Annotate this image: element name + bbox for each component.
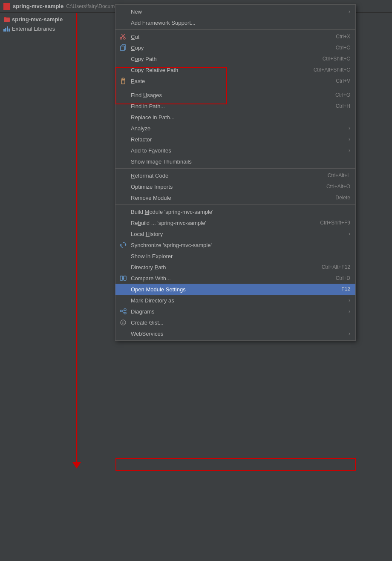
copy-shortcut: Ctrl+C (319, 45, 350, 51)
menu-item-synchronize-label: Synchronize 'spring-mvc-sample' (131, 242, 212, 248)
separator-2 (115, 88, 355, 88)
menu-item-webservices[interactable]: WebServices › (115, 328, 355, 339)
menu-item-add-framework-label: Add Framework Support... (131, 20, 196, 26)
add-to-favorites-arrow-icon: › (331, 147, 350, 153)
menu-item-find-usages[interactable]: Find Usages Ctrl+G (115, 89, 355, 101)
reformat-code-shortcut: Ctrl+Alt+L (311, 173, 350, 178)
menu-item-reformat-code-label: Reformat Code (131, 173, 168, 179)
refactor-arrow-icon: › (331, 136, 350, 142)
menu-item-show-in-explorer-label: Show in Explorer (131, 253, 173, 259)
svg-rect-10 (121, 46, 124, 51)
menu-item-optimize-imports[interactable]: Optimize Imports Ctrl+Alt+O (115, 181, 355, 192)
menu-item-build-module[interactable]: Build Module 'spring-mvc-sample' (115, 206, 355, 217)
menu-item-replace-in-path-label: Replace in Path... (131, 114, 175, 121)
menu-item-synchronize[interactable]: Synchronize 'spring-mvc-sample' (115, 239, 355, 250)
menu-item-remove-module-label: Remove Module (131, 195, 171, 201)
menu-item-local-history[interactable]: Local History › (115, 228, 355, 239)
menu-item-create-gist-label: Create Gist... (131, 319, 164, 326)
compare-icon (119, 274, 127, 282)
menu-item-paste-label: Paste (131, 78, 145, 84)
menu-item-copy[interactable]: Copy Ctrl+C (115, 42, 355, 53)
menu-item-copy-path[interactable]: Copy Path Ctrl+Shift+C (115, 53, 355, 64)
separator-1 (115, 29, 355, 30)
diagrams-icon (119, 307, 127, 316)
menu-item-add-framework[interactable]: Add Framework Support... (115, 17, 355, 28)
svg-rect-13 (122, 78, 124, 79)
menu-item-new-label: New (131, 9, 142, 15)
remove-module-shortcut: Delete (318, 195, 350, 201)
svg-rect-1 (4, 18, 10, 22)
svg-point-8 (124, 37, 125, 39)
menu-item-create-gist[interactable]: G Create Gist... (115, 317, 355, 328)
find-in-path-shortcut: Ctrl+H (319, 103, 350, 109)
menu-item-cut[interactable]: Cut Ctrl+X (115, 31, 355, 42)
menu-item-add-to-favorites-label: Add to Favorites (131, 147, 171, 154)
menu-item-copy-label: Copy (131, 45, 144, 51)
svg-rect-21 (120, 310, 122, 312)
menu-item-copy-relative-path-label: Copy Relative Path (131, 67, 178, 73)
menu-item-compare-with[interactable]: Compare With... Ctrl+D (115, 273, 355, 284)
menu-item-diagrams[interactable]: Diagrams › (115, 306, 355, 317)
sidebar-item-project[interactable]: spring-mvc-sample (0, 14, 113, 24)
menu-item-build-module-label: Build Module 'spring-mvc-sample' (131, 209, 213, 215)
open-module-settings-shortcut: F12 (324, 286, 350, 292)
sidebar: spring-mvc-sample External Libraries (0, 13, 113, 561)
compare-with-shortcut: Ctrl+D (319, 275, 350, 281)
analyze-arrow-icon: › (331, 125, 350, 131)
menu-item-show-image-thumbnails[interactable]: Show Image Thumbnails (115, 156, 355, 167)
menu-item-replace-in-path[interactable]: Replace in Path... (115, 112, 355, 123)
project-folder-icon (3, 16, 10, 23)
svg-rect-22 (124, 309, 126, 311)
svg-point-7 (120, 37, 122, 39)
menu-item-mark-directory-as[interactable]: Mark Directory as › (115, 295, 355, 306)
menu-item-analyze[interactable]: Analyze › (115, 123, 355, 134)
menu-item-find-usages-label: Find Usages (131, 92, 162, 98)
menu-item-compare-with-label: Compare With... (131, 275, 171, 282)
external-libraries-label: External Libraries (12, 26, 55, 32)
project-name-label: spring-mvc-sample (12, 16, 63, 23)
menu-item-refactor-label: Refactor (131, 136, 152, 143)
local-history-arrow-icon: › (331, 231, 350, 237)
paste-icon (119, 77, 127, 85)
menu-item-rebuild-module[interactable]: Rebuild ... 'spring-mvc-sample' Ctrl+Shi… (115, 217, 355, 228)
menu-item-new[interactable]: New › (115, 6, 355, 17)
sidebar-item-external-libraries[interactable]: External Libraries (0, 24, 113, 33)
menu-item-open-module-settings[interactable]: Open Module Settings F12 (115, 284, 355, 295)
new-arrow-icon: › (331, 9, 350, 14)
svg-rect-29 (116, 458, 355, 470)
svg-rect-23 (124, 312, 126, 314)
separator-4 (115, 204, 355, 205)
rebuild-module-shortcut: Ctrl+Shift+F9 (303, 220, 350, 226)
menu-item-mark-directory-as-label: Mark Directory as (131, 297, 174, 304)
menu-item-find-in-path[interactable]: Find in Path... Ctrl+H (115, 101, 355, 112)
project-icon (3, 3, 10, 10)
project-name: spring-mvc-sample (13, 3, 63, 9)
menu-item-directory-path[interactable]: Directory Path Ctrl+Alt+F12 (115, 262, 355, 273)
svg-marker-20 (124, 277, 124, 279)
menu-item-cut-label: Cut (131, 34, 139, 40)
menu-item-remove-module[interactable]: Remove Module Delete (115, 192, 355, 203)
menu-item-add-to-favorites[interactable]: Add to Favorites › (115, 145, 355, 156)
menu-item-open-module-settings-label: Open Module Settings (131, 286, 186, 293)
svg-line-25 (122, 311, 124, 313)
separator-3 (115, 168, 355, 169)
menu-item-show-image-thumbnails-label: Show Image Thumbnails (131, 158, 192, 165)
menu-item-rebuild-module-label: Rebuild ... 'spring-mvc-sample' (131, 220, 206, 226)
menu-item-local-history-label: Local History (131, 231, 163, 237)
directory-path-shortcut: Ctrl+Alt+F12 (305, 264, 350, 270)
copy-icon (119, 43, 127, 52)
menu-item-reformat-code[interactable]: Reformat Code Ctrl+Alt+L (115, 170, 355, 181)
menu-item-paste[interactable]: Paste Ctrl+V (115, 75, 355, 86)
menu-item-refactor[interactable]: Refactor › (115, 134, 355, 145)
gist-icon: G (119, 318, 127, 327)
external-libraries-icon (3, 25, 10, 32)
paste-shortcut: Ctrl+V (319, 78, 350, 84)
webservices-arrow-icon: › (331, 331, 350, 337)
optimize-imports-shortcut: Ctrl+Alt+O (309, 184, 350, 190)
menu-item-show-in-explorer[interactable]: Show in Explorer (115, 250, 355, 262)
cut-shortcut: Ctrl+X (319, 34, 350, 40)
menu-item-copy-relative-path[interactable]: Copy Relative Path Ctrl+Alt+Shift+C (115, 64, 355, 75)
context-menu: New › Add Framework Support... Cut Ctrl+… (115, 4, 356, 341)
svg-marker-19 (122, 277, 123, 279)
menu-item-webservices-label: WebServices (131, 331, 163, 337)
